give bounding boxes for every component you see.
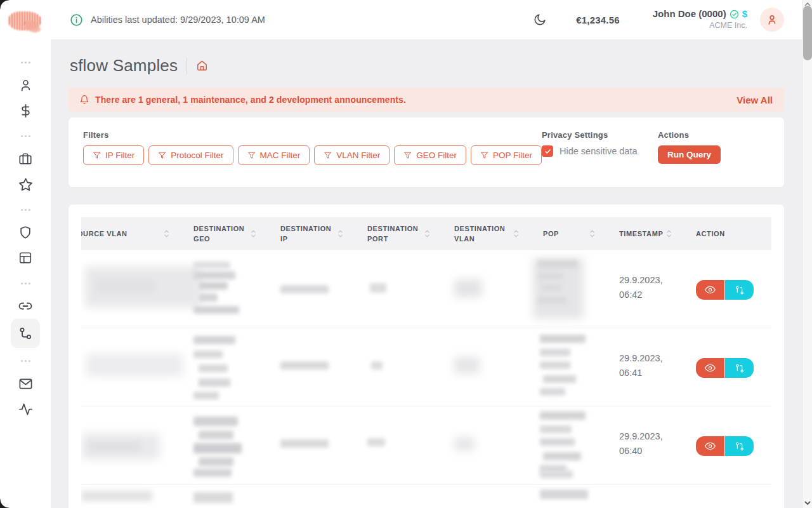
timestamp-cell: [619, 485, 696, 508]
redacted-cell-destination-vlan: [454, 328, 543, 406]
sort-icon[interactable]: [589, 229, 595, 238]
sidebar-item-security[interactable]: [11, 220, 40, 245]
route-icon: [735, 441, 745, 451]
column-destination-geo[interactable]: DESTINATION GEO: [193, 224, 280, 244]
trace-button[interactable]: [725, 436, 754, 456]
filters-label: Filters: [83, 130, 542, 140]
route-icon: [18, 326, 33, 341]
route-icon: [735, 363, 745, 373]
eye-icon: [704, 362, 716, 374]
dark-mode-toggle[interactable]: [533, 13, 547, 27]
view-all-link[interactable]: View All: [737, 95, 773, 105]
user-icon: [18, 78, 33, 93]
check-icon: [544, 148, 551, 155]
sidebar-item-services[interactable]: [11, 146, 40, 171]
column-source-vlan[interactable]: SOURCE VLAN: [81, 229, 193, 239]
abilities-updated-text: Abilities last updated: 9/29/2023, 10:09…: [91, 15, 265, 25]
samples-table: SOURCE VLAN DESTINATION GEO DESTINATION …: [81, 217, 771, 508]
table-row: 29.9.2023,06:42: [81, 250, 771, 328]
activity-icon: [18, 402, 33, 417]
hide-sensitive-label: Hide sensitive data: [560, 146, 638, 156]
avatar[interactable]: [760, 8, 784, 32]
avatar-user-icon: [766, 13, 778, 26]
scrollbar-thumb[interactable]: [803, 6, 812, 60]
funnel-icon: [158, 151, 166, 159]
protocol-filter-button[interactable]: Protocol Filter: [148, 145, 233, 165]
verified-check-icon: [730, 10, 739, 19]
sidebar-item-messages[interactable]: [11, 371, 40, 396]
sidebar-item-dashboard[interactable]: [11, 245, 40, 271]
timestamp-cell: 29.9.2023,06:42: [619, 250, 696, 328]
moon-icon: [533, 13, 547, 27]
sort-icon[interactable]: [164, 229, 169, 238]
column-destination-port[interactable]: DESTINATION PORT: [367, 224, 454, 244]
account-balance[interactable]: €1,234.56: [576, 15, 620, 25]
geo-filter-button[interactable]: GEO Filter: [394, 145, 466, 165]
sidebar-item-billing[interactable]: [11, 98, 40, 123]
column-destination-vlan[interactable]: DESTINATION VLAN: [454, 224, 543, 244]
redacted-cell-destination-port: [367, 328, 454, 406]
sort-icon[interactable]: [251, 229, 256, 238]
table-row: 29.9.2023,06:41: [81, 328, 771, 406]
table-row: [81, 485, 771, 508]
sidebar-item-activity[interactable]: [11, 396, 40, 422]
announcement-text: There are 1 general, 1 maintenance, and …: [95, 95, 406, 105]
sidebar-item-sflow-samples[interactable]: [11, 319, 40, 348]
redacted-cell-source-vlan: [81, 485, 193, 508]
home-icon: [196, 60, 208, 72]
hide-sensitive-checkbox[interactable]: [542, 145, 553, 157]
mac-filter-button[interactable]: MAC Filter: [238, 145, 310, 165]
sidebar-item-links[interactable]: [11, 293, 40, 319]
mail-icon: [18, 377, 33, 391]
trace-button[interactable]: [725, 358, 754, 378]
sort-icon[interactable]: [666, 229, 672, 238]
vlan-filter-button[interactable]: VLAN Filter: [314, 145, 390, 165]
column-destination-ip[interactable]: DESTINATION IP: [280, 224, 367, 244]
redacted-cell-destination-ip: [280, 328, 367, 406]
privacy-settings-label: Privacy Settings: [542, 130, 638, 140]
main-content: sflow Samples There are 1 general, 1 mai…: [51, 39, 802, 508]
ellipsis-separator-icon: [21, 274, 30, 292]
page-title: sflow Samples: [70, 56, 178, 76]
layout-icon: [18, 251, 32, 265]
funnel-icon: [480, 151, 488, 159]
scroll-down-icon[interactable]: [802, 499, 812, 507]
column-timestamp[interactable]: TIMESTAMP: [619, 229, 696, 239]
sort-icon[interactable]: [513, 229, 519, 238]
view-button[interactable]: [696, 280, 724, 300]
trace-button[interactable]: [725, 280, 754, 300]
action-cell: [696, 406, 771, 484]
redacted-cell-destination-port: [367, 485, 454, 508]
funnel-icon: [324, 151, 332, 159]
shield-icon: [18, 225, 32, 239]
vertical-scrollbar[interactable]: [802, 0, 812, 508]
action-cell: [696, 485, 771, 508]
funnel-icon: [93, 151, 101, 159]
sidebar: [0, 0, 51, 508]
user-name: John Doe (0000): [653, 8, 726, 20]
column-pop[interactable]: POP: [543, 229, 619, 239]
info-icon: [70, 13, 83, 27]
redacted-cell-destination-vlan: [454, 250, 543, 328]
redacted-cell-source-vlan: [81, 328, 193, 406]
redacted-cell-destination-geo: [193, 328, 280, 406]
redacted-cell-destination-vlan: [454, 485, 543, 508]
sort-icon[interactable]: [424, 229, 430, 238]
sidebar-item-users[interactable]: [11, 72, 40, 98]
app-logo[interactable]: [8, 5, 47, 36]
ip-filter-button[interactable]: IP Filter: [83, 145, 144, 165]
home-button[interactable]: [196, 60, 208, 72]
sidebar-item-favorites[interactable]: [11, 171, 40, 197]
company-name: ACME Inc.: [653, 21, 747, 31]
redacted-cell-destination-geo: [193, 250, 280, 328]
redacted-cell-destination-vlan: [454, 406, 543, 484]
view-button[interactable]: [696, 436, 724, 456]
announcement-banner: There are 1 general, 1 maintenance, and …: [69, 88, 784, 112]
pop-filter-button[interactable]: POP Filter: [471, 145, 542, 165]
action-cell: [696, 328, 771, 406]
run-query-button[interactable]: Run Query: [658, 145, 721, 164]
bell-icon: [79, 95, 89, 105]
view-button[interactable]: [696, 358, 724, 378]
sort-icon[interactable]: [337, 229, 343, 238]
user-info[interactable]: John Doe (0000) $ ACME Inc.: [653, 8, 747, 30]
